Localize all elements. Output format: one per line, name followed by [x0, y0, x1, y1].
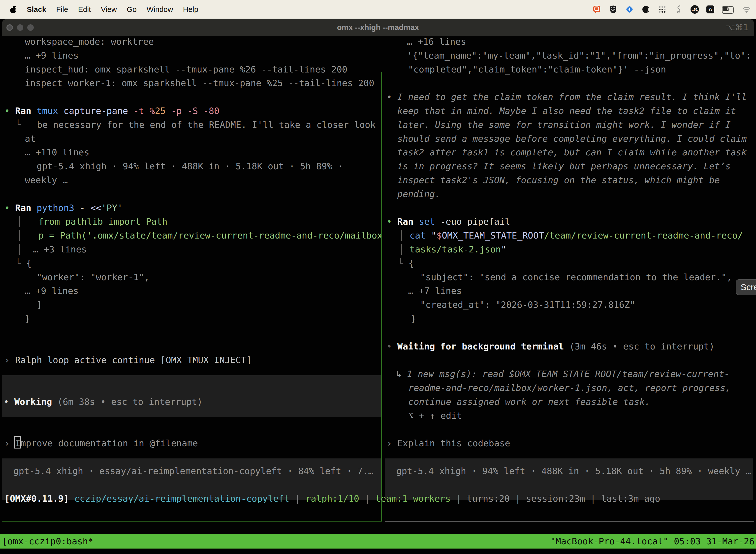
window-title-bar: omx --xhigh --madmax ⌥⌘1	[2, 19, 754, 36]
window-shortcut-badge: ⌥⌘1	[726, 19, 749, 36]
menu-help[interactable]: Help	[183, 5, 198, 14]
menu-go[interactable]: Go	[127, 5, 137, 14]
apple-bite	[15, 9, 18, 11]
terminal-window: workspace_mode: worktree… +9 linesinspec…	[0, 36, 756, 554]
chat-bubble-icon[interactable]	[592, 5, 601, 14]
hook-icon[interactable]	[674, 5, 683, 14]
dots-grid-icon[interactable]	[658, 5, 667, 14]
blue-spark-icon[interactable]	[625, 5, 634, 14]
battery-nub	[733, 8, 734, 11]
screen-capture-tooltip[interactable]: Scre	[736, 279, 756, 295]
menu-app-name[interactable]: Slack	[27, 5, 46, 14]
percent-badge-icon[interactable]: ..61	[691, 5, 699, 14]
contrast-circle-icon[interactable]	[641, 5, 650, 14]
menu-window[interactable]: Window	[146, 5, 173, 14]
wifi-icon[interactable]	[742, 5, 751, 14]
menu-file[interactable]: File	[56, 5, 68, 14]
keyboard-layout-label: A	[708, 6, 712, 12]
menu-view[interactable]: View	[101, 5, 117, 14]
shield-grid-icon[interactable]	[609, 5, 618, 14]
window-title: omx --xhigh --madmax	[2, 19, 754, 36]
percent-badge-label: ..61	[692, 7, 697, 11]
tmux-status-bar[interactable]: [omx-cczip0:bash* "MacBook-Pro-44.local"…	[0, 534, 756, 549]
omx-status-line: [OMX#0.11.9] cczip/essay/ai-reimplementa…	[2, 36, 756, 554]
tmux-host-time: "MacBook-Pro-44.local" 05:03 31-Mar-26	[550, 534, 755, 549]
battery-bolt	[725, 6, 732, 13]
battery-icon[interactable]	[722, 6, 735, 13]
keyboard-layout-icon[interactable]: A	[706, 5, 714, 13]
terminal-line: [OMX#0.11.9] cczip/essay/ai-reimplementa…	[4, 492, 660, 506]
apple-menu-icon[interactable]	[10, 5, 17, 13]
tmux-session-label: [omx-cczip0:bash*	[2, 534, 93, 549]
menu-edit[interactable]: Edit	[78, 5, 91, 14]
menu-bar: Slack File Edit View Go Window Help	[0, 0, 756, 19]
